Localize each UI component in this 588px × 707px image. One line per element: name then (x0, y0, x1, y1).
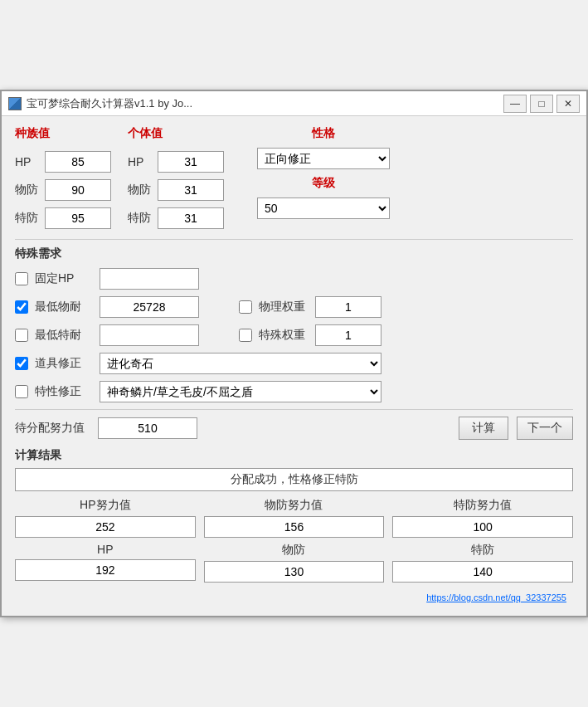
min-def-label: 最低物耐 (35, 300, 93, 314)
special-section: 特殊需求 固定HP 最低物耐 物理权重 最低 (15, 246, 573, 402)
ev-label: 待分配努力值 (15, 421, 90, 436)
ind-hp-input[interactable] (158, 151, 224, 173)
race-def-label: 物防 (15, 183, 38, 197)
min-def-checkbox[interactable] (15, 300, 28, 314)
min-spdef-input[interactable] (100, 324, 199, 346)
level-title: 等级 (257, 176, 390, 191)
def-ev-value[interactable] (204, 516, 385, 538)
spdef-ev-label: 特防努力值 (454, 498, 512, 513)
spec-weight-group: 特殊权重 (239, 324, 381, 346)
hp-ev-value[interactable] (15, 516, 196, 538)
minimize-button[interactable]: — (503, 95, 527, 113)
spec-weight-label: 特殊权重 (259, 328, 309, 343)
hp-cell: HP (15, 543, 196, 583)
item-mod-checkbox[interactable] (15, 357, 28, 370)
race-def-row: 物防 (15, 179, 111, 201)
footer-link[interactable]: https://blog.csdn.net/qq_32337255 (15, 589, 573, 606)
personality-title: 性格 (257, 126, 390, 141)
close-button[interactable]: ✕ (556, 95, 580, 113)
min-spdef-label: 最低特耐 (35, 328, 93, 343)
divider-1 (15, 239, 573, 240)
phys-weight-input[interactable] (315, 296, 381, 318)
ind-def-label: 物防 (128, 183, 151, 197)
race-spdef-input[interactable] (45, 207, 111, 229)
top-section: 种族值 HP 物防 特防 个体值 HP (15, 126, 573, 229)
spdef-ev-value[interactable] (392, 516, 573, 538)
spdef-value[interactable] (392, 561, 573, 583)
main-content: 种族值 HP 物防 特防 个体值 HP (2, 116, 586, 616)
race-spdef-label: 特防 (15, 211, 38, 226)
ability-mod-checkbox[interactable] (15, 385, 28, 398)
fixed-hp-checkbox[interactable] (15, 272, 28, 285)
fixed-hp-input[interactable] (100, 268, 199, 290)
main-window: 宝可梦综合耐久计算器v1.1 by Jo... — □ ✕ 种族值 HP 物防 (0, 90, 588, 617)
result-message: 分配成功，性格修正特防 (15, 468, 573, 491)
fixed-hp-row: 固定HP (15, 268, 573, 290)
def-ev-label: 物防努力值 (265, 498, 323, 513)
next-button[interactable]: 下一个 (517, 417, 573, 440)
special-title: 特殊需求 (15, 246, 573, 261)
min-spdef-row: 最低特耐 特殊权重 (15, 324, 573, 346)
ind-def-input[interactable] (158, 179, 224, 201)
spec-weight-input[interactable] (315, 324, 381, 346)
divider-2 (15, 409, 573, 410)
ind-hp-row: HP (128, 151, 224, 173)
ind-spdef-input[interactable] (158, 207, 224, 229)
item-mod-select[interactable]: 进化奇石 厚厚脂肪 突击背心 神奇糖果 (100, 353, 381, 374)
spdef-cell: 特防 (392, 543, 573, 583)
ind-def-row: 物防 (128, 179, 224, 201)
result-title: 计算结果 (15, 448, 573, 463)
def-value[interactable] (204, 561, 385, 583)
titlebar-buttons: — □ ✕ (503, 95, 580, 113)
min-def-input[interactable] (100, 296, 199, 318)
ind-hp-label: HP (128, 155, 151, 168)
min-def-row: 最低物耐 物理权重 (15, 296, 573, 318)
race-group: 种族值 HP 物防 特防 (15, 126, 111, 229)
hp-label: HP (97, 543, 113, 556)
def-label: 物防 (282, 543, 305, 558)
ev-input[interactable] (98, 417, 197, 439)
item-mod-row: 道具修正 进化奇石 厚厚脂肪 突击背心 神奇糖果 (15, 353, 573, 374)
personality-group: 性格 正向修正 无修正 负向修正 等级 50 100 (257, 126, 390, 229)
calc-row: 待分配努力值 计算 下一个 (15, 417, 573, 440)
individual-title: 个体值 (128, 126, 224, 141)
spdef-label: 特防 (471, 543, 494, 558)
race-hp-input[interactable] (45, 151, 111, 173)
individual-group: 个体值 HP 物防 特防 (128, 126, 224, 229)
phys-weight-label: 物理权重 (259, 300, 309, 314)
def-ev-cell: 物防努力值 (204, 498, 385, 538)
hp-value[interactable] (15, 559, 196, 581)
ind-spdef-row: 特防 (128, 207, 224, 229)
phys-weight-group: 物理权重 (239, 296, 381, 318)
hp-ev-cell: HP努力值 (15, 498, 196, 538)
hp-ev-label: HP努力值 (80, 498, 130, 513)
spdef-ev-cell: 特防努力值 (392, 498, 573, 538)
result-section: 计算结果 分配成功，性格修正特防 HP努力值 物防努力值 特防努力值 (15, 448, 573, 583)
ability-mod-label: 特性修正 (35, 384, 93, 399)
personality-select[interactable]: 正向修正 无修正 负向修正 (257, 148, 390, 169)
ability-mod-row: 特性修正 神奇鳞片/草之毛皮/不屈之盾 厚脂肪 水之吸收 草之吸收 (15, 381, 573, 402)
race-spdef-row: 特防 (15, 207, 111, 229)
titlebar: 宝可梦综合耐久计算器v1.1 by Jo... — □ ✕ (2, 91, 586, 116)
level-select[interactable]: 50 100 (257, 197, 390, 219)
item-mod-label: 道具修正 (35, 356, 93, 371)
spec-weight-checkbox[interactable] (239, 329, 252, 342)
ability-mod-select[interactable]: 神奇鳞片/草之毛皮/不屈之盾 厚脂肪 水之吸收 草之吸收 (100, 381, 381, 402)
maximize-button[interactable]: □ (530, 95, 553, 113)
def-cell: 物防 (204, 543, 385, 583)
fixed-hp-label: 固定HP (35, 271, 93, 286)
window-title: 宝可梦综合耐久计算器v1.1 by Jo... (27, 96, 498, 111)
race-hp-label: HP (15, 155, 38, 168)
result-grid: HP努力值 物防努力值 特防努力值 HP 物防 (15, 498, 573, 583)
phys-weight-checkbox[interactable] (239, 300, 252, 314)
calc-button[interactable]: 计算 (459, 417, 508, 440)
app-icon (8, 97, 22, 110)
race-title: 种族值 (15, 126, 111, 141)
ind-spdef-label: 特防 (128, 211, 151, 226)
min-spdef-checkbox[interactable] (15, 329, 28, 342)
race-def-input[interactable] (45, 179, 111, 201)
race-hp-row: HP (15, 151, 111, 173)
